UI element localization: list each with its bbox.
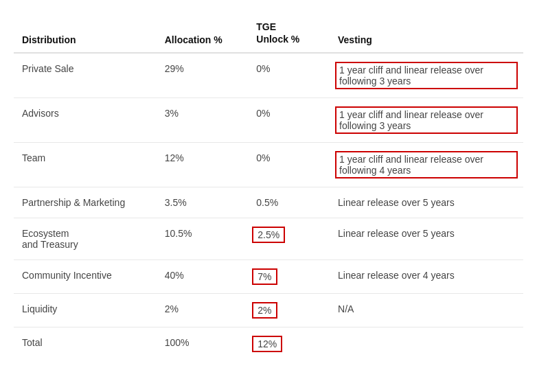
cell-vesting xyxy=(330,327,523,361)
table-row: Liquidity2%2%N/A xyxy=(14,294,523,327)
cell-vesting: Linear release over 4 years xyxy=(330,260,523,294)
cell-vesting: 1 year cliff and linear release over fol… xyxy=(330,98,523,143)
cell-tge: 0% xyxy=(248,53,330,98)
table-row: Partnership & Marketing3.5%0.5%Linear re… xyxy=(14,187,523,218)
distribution-table: Distribution Allocation % TGE Unlock % V… xyxy=(14,14,523,360)
cell-allocation: 3.5% xyxy=(157,187,249,218)
cell-vesting: N/A xyxy=(330,294,523,327)
cell-tge: 2.5% xyxy=(248,218,330,260)
cell-distribution: Partnership & Marketing xyxy=(14,187,157,218)
cell-vesting: 1 year cliff and linear release over fol… xyxy=(330,143,523,187)
cell-vesting: Linear release over 5 years xyxy=(330,218,523,260)
cell-allocation: 3% xyxy=(157,98,249,143)
cell-tge: 0% xyxy=(248,98,330,143)
cell-distribution: Team xyxy=(14,143,157,187)
table-row: Total100%12% xyxy=(14,327,523,361)
cell-distribution: Total xyxy=(14,327,157,361)
cell-vesting: 1 year cliff and linear release over fol… xyxy=(330,53,523,98)
table-row: Private Sale29%0%1 year cliff and linear… xyxy=(14,53,523,98)
cell-tge: 7% xyxy=(248,260,330,294)
cell-allocation: 40% xyxy=(157,260,249,294)
table-row: Community Incentive40%7%Linear release o… xyxy=(14,260,523,294)
cell-tge: 0.5% xyxy=(248,187,330,218)
header-tge: TGE Unlock % xyxy=(248,14,330,53)
cell-allocation: 29% xyxy=(157,53,249,98)
cell-distribution: Liquidity xyxy=(14,294,157,327)
cell-allocation: 12% xyxy=(157,143,249,187)
cell-tge: 12% xyxy=(248,327,330,361)
header-vesting: Vesting xyxy=(330,14,523,53)
table-row: Ecosystem and Treasury10.5%2.5%Linear re… xyxy=(14,218,523,260)
header-distribution: Distribution xyxy=(14,14,157,53)
cell-distribution: Community Incentive xyxy=(14,260,157,294)
cell-allocation: 10.5% xyxy=(157,218,249,260)
cell-distribution: Advisors xyxy=(14,98,157,143)
cell-tge: 2% xyxy=(248,294,330,327)
table-row: Advisors3%0%1 year cliff and linear rele… xyxy=(14,98,523,143)
table-row: Team12%0%1 year cliff and linear release… xyxy=(14,143,523,187)
cell-allocation: 2% xyxy=(157,294,249,327)
cell-distribution: Private Sale xyxy=(14,53,157,98)
cell-allocation: 100% xyxy=(157,327,249,361)
cell-tge: 0% xyxy=(248,143,330,187)
cell-distribution: Ecosystem and Treasury xyxy=(14,218,157,260)
cell-vesting: Linear release over 5 years xyxy=(330,187,523,218)
header-allocation: Allocation % xyxy=(157,14,249,53)
